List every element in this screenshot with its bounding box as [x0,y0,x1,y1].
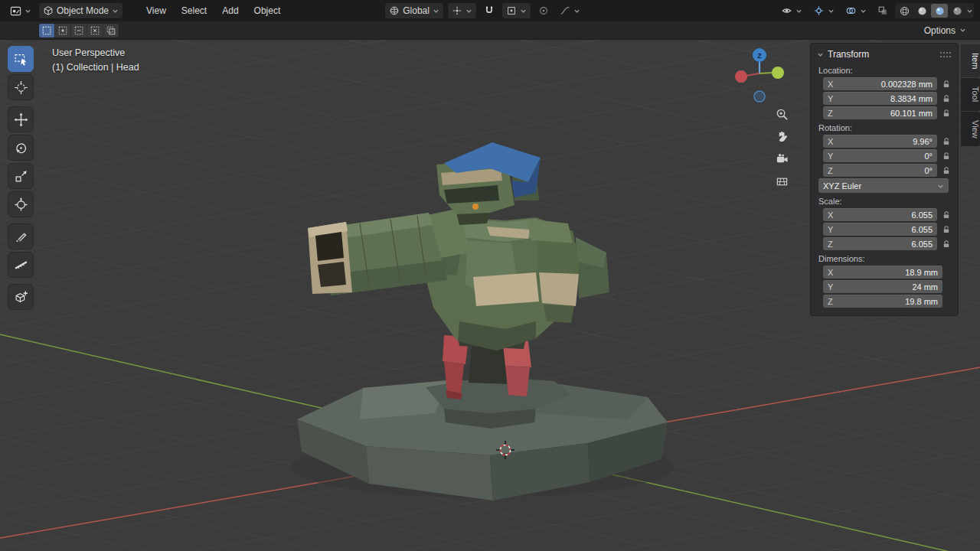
lock-location-x-icon[interactable] [941,79,952,90]
tab-tool[interactable]: Tool [961,78,980,110]
navigation-gizmo[interactable]: Z [733,46,786,108]
mode-dropdown[interactable]: Object Mode [38,2,123,19]
lock-scale-z-icon[interactable] [941,239,952,249]
select-mode-intersect-button[interactable] [103,24,119,37]
proportional-editing-toggle[interactable] [534,3,553,18]
scale-label: Scale: [818,197,952,206]
wireframe-sphere-icon [900,6,910,16]
tool-move[interactable] [8,106,34,132]
scale-z-field[interactable]: Z 6.055 [823,237,937,250]
zoom-button[interactable] [773,106,790,122]
object-visibility-dropdown[interactable] [777,3,806,18]
shading-material-button[interactable] [931,4,948,18]
lock-rotation-z-icon[interactable] [941,165,952,176]
rotation-mode-dropdown[interactable]: XYZ Euler [818,178,949,193]
dimensions-z-field[interactable]: Z 19.8 mm [823,295,942,308]
material-sphere-icon [935,6,945,16]
chevron-down-icon [860,8,867,14]
lock-location-y-icon[interactable] [941,93,952,104]
ortho-toggle-button[interactable] [773,172,790,189]
gizmos-dropdown[interactable] [809,3,838,18]
chevron-down-icon [573,8,580,14]
lock-rotation-y-icon[interactable] [941,151,952,161]
gizmo-icon [813,5,825,16]
tab-view[interactable]: View [961,112,980,147]
tool-add-cube[interactable] [8,284,34,310]
menu-select[interactable]: Select [175,3,213,18]
menu-add[interactable]: Add [216,3,244,18]
pan-hand-icon [776,130,789,143]
select-mode-set-button[interactable] [39,24,55,37]
options-dropdown[interactable]: Options [921,23,969,38]
menu-view[interactable]: View [140,3,172,18]
scale-icon [14,169,28,184]
select-box-icon [14,52,28,67]
lock-rotation-x-icon[interactable] [941,136,952,147]
lock-scale-x-icon[interactable] [941,210,952,220]
dimensions-y-field[interactable]: Y 24 mm [823,280,942,293]
ortho-grid-icon [776,174,789,187]
camera-view-button[interactable] [773,150,790,167]
shading-options-chevron-icon[interactable] [966,8,973,14]
object-mode-cube-icon [43,5,54,16]
tool-transform[interactable] [8,191,34,217]
transform-icon [14,197,28,212]
xray-toggle[interactable] [874,3,892,18]
xray-icon [877,5,888,16]
select-mode-subtract-button[interactable] [71,24,87,37]
rotation-y-field[interactable]: Y 0° [823,149,937,162]
dimensions-x-field[interactable]: X 18.9 mm [823,266,942,279]
orientation-label: Global [403,5,430,16]
tool-cursor[interactable] [8,74,34,100]
transform-orientation-dropdown[interactable]: Global [384,2,444,19]
gizmo-negative-z-ball[interactable] [754,91,765,102]
chevron-down-icon [828,8,835,14]
tab-item[interactable]: Item [961,44,980,77]
pan-button[interactable] [773,128,790,145]
shading-rendered-button[interactable] [949,4,965,18]
location-x-field[interactable]: X 0.002328 mm [823,77,937,90]
tool-settings-bar: Options [0,21,980,40]
tool-rotate[interactable] [8,135,34,161]
menu-object[interactable]: Object [248,3,287,18]
overlays-dropdown[interactable] [841,3,871,18]
select-extend-icon [57,25,68,36]
tool-measure[interactable] [8,252,34,278]
select-mode-invert-button[interactable] [87,24,103,37]
select-invert-icon [90,25,100,36]
snap-target-dropdown[interactable] [501,2,531,19]
gizmo-y-ball[interactable] [772,67,784,79]
scale-x-field[interactable]: X 6.055 [823,208,937,221]
add-cube-icon [14,290,28,305]
select-intersect-icon [106,25,116,36]
editor-type-button[interactable] [6,3,35,18]
viewport-3d[interactable]: User Perspective (1) Collection | Head [0,40,980,551]
tool-scale[interactable] [8,163,34,189]
location-z-field[interactable]: Z 60.101 mm [823,106,937,119]
tool-select-box[interactable] [8,46,34,72]
chevron-down-icon [520,8,527,14]
proportional-falloff-dropdown[interactable] [556,3,584,18]
pivot-point-dropdown[interactable] [447,2,477,19]
rotation-z-field[interactable]: Z 0° [823,164,937,177]
snap-toggle[interactable] [480,3,498,18]
transform-panel-header[interactable]: Transform [817,47,952,62]
select-mode-group [38,23,119,38]
location-y-field[interactable]: Y 8.3834 mm [823,92,937,105]
tool-annotate[interactable] [8,223,34,249]
viewport-nav-icons [773,106,790,189]
select-mode-extend-button[interactable] [55,24,71,37]
gizmo-x-ball[interactable] [735,70,747,83]
lock-location-z-icon[interactable] [941,108,952,119]
panel-collapse-chevron-icon[interactable] [817,52,824,57]
panel-grip-icon[interactable] [939,51,952,58]
shading-wireframe-button[interactable] [896,4,913,18]
scale-y-field[interactable]: Y 6.055 [823,223,937,236]
magnet-icon [484,5,495,16]
lock-scale-y-icon[interactable] [941,224,952,235]
select-set-icon [41,25,52,36]
camera-icon [776,152,789,165]
rotation-x-field[interactable]: X 9.96° [823,135,937,148]
chevron-down-icon [795,8,802,14]
shading-solid-button[interactable] [913,4,930,18]
